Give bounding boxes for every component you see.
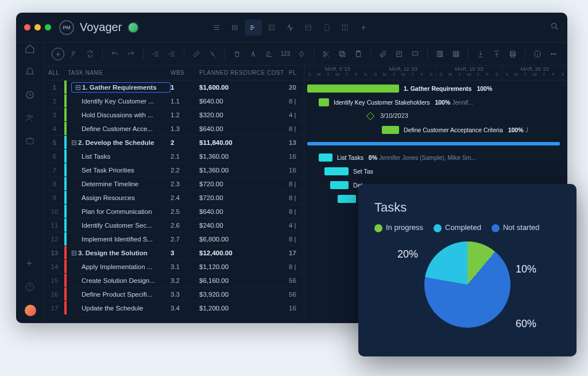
gantt-bar[interactable]: List Tasks 0% Jennifer Jones (Sample), M… <box>319 154 332 162</box>
task-name-cell[interactable]: ⊟3. Design the Solution <box>67 249 171 257</box>
task-name-cell[interactable]: Define Product Specifi... <box>67 291 171 298</box>
activity-view-icon[interactable] <box>281 20 299 36</box>
notifications-icon[interactable] <box>25 67 36 78</box>
task-row[interactable]: 7Set Task Priorities2.2$1,360.0016 <box>45 163 304 177</box>
task-row[interactable]: 6List Tasks2.1$1,360.0016 <box>45 149 304 163</box>
redo-icon[interactable] <box>125 48 137 60</box>
undo-icon[interactable] <box>109 48 121 60</box>
highlight-icon[interactable] <box>263 48 276 60</box>
task-row[interactable]: 8Determine Timeline2.3$720.008 | <box>45 177 304 191</box>
print-icon[interactable] <box>506 48 519 60</box>
gantt-row[interactable] <box>304 137 567 151</box>
gantt-row[interactable]: Define Customer Acceptance Criteria 100%… <box>304 123 567 137</box>
file-view-icon[interactable] <box>318 20 335 36</box>
unlink-icon[interactable] <box>206 48 219 60</box>
comment-icon[interactable] <box>409 48 421 60</box>
user-avatar[interactable] <box>25 305 36 316</box>
outdent-icon[interactable] <box>149 48 162 60</box>
task-name-cell[interactable]: Create Solution Design... <box>67 277 171 284</box>
gantt-bar[interactable]: Identify Key Customer Stakeholders 100% … <box>319 98 329 106</box>
col-all[interactable]: ALL <box>45 70 64 76</box>
add-icon[interactable] <box>25 259 36 270</box>
sync-icon[interactable] <box>84 48 96 60</box>
gantt-row[interactable]: List Tasks 0% Jennifer Jones (Sample), M… <box>304 151 567 164</box>
add-task-button[interactable]: + <box>52 48 64 60</box>
maximize-window-icon[interactable] <box>45 24 51 30</box>
sheet-view-icon[interactable] <box>263 20 280 36</box>
split-view-icon[interactable] <box>336 20 354 36</box>
gantt-bar[interactable]: Determ <box>330 181 349 189</box>
more-icon[interactable] <box>547 48 560 60</box>
table-icon[interactable] <box>450 48 462 60</box>
task-name-cell[interactable]: Assign Resources <box>67 194 171 201</box>
task-name-cell[interactable]: Update the Schedule <box>67 305 171 312</box>
delete-icon[interactable] <box>231 48 243 60</box>
task-name-cell[interactable]: ⊟1. Gather Requirements <box>67 82 171 93</box>
team-icon[interactable] <box>25 113 36 124</box>
milestone-diamond[interactable] <box>366 112 374 120</box>
gantt-bar[interactable]: 1. Gather Requirements 100% <box>307 85 399 93</box>
col-cost[interactable]: PLANNED RESOURCE COST <box>199 70 289 76</box>
note-icon[interactable] <box>393 48 405 60</box>
task-row[interactable]: 9Assign Resources2.4$720.008 | <box>45 191 304 205</box>
link-icon[interactable] <box>190 48 203 60</box>
col-wbs[interactable]: WBS <box>171 70 199 76</box>
task-row[interactable]: 13⊟3. Design the Solution3$12,400.0017 <box>45 246 304 260</box>
indent-icon[interactable] <box>165 48 178 60</box>
import-icon[interactable] <box>474 48 487 60</box>
help-icon[interactable] <box>25 282 36 293</box>
copy-icon[interactable] <box>336 48 349 60</box>
gantt-bar[interactable] <box>307 142 560 145</box>
gantt-bar[interactable]: Ass <box>338 195 356 203</box>
task-name-cell[interactable]: List Tasks <box>67 153 171 160</box>
task-row[interactable]: 11Identify Customer Sec...2.6$240.004 | <box>45 218 304 232</box>
info-icon[interactable] <box>531 48 544 60</box>
task-row[interactable]: 12Implement Identified S...2.7$6,800.008… <box>45 232 304 246</box>
assign-icon[interactable] <box>68 48 80 60</box>
gantt-row[interactable]: Identify Key Customer Stakeholders 100% … <box>304 95 567 109</box>
close-window-icon[interactable] <box>24 24 30 30</box>
cut-icon[interactable] <box>320 48 332 60</box>
task-row[interactable]: 15Create Solution Design...3.2$6,160.005… <box>45 274 304 287</box>
text-format-icon[interactable] <box>247 48 260 60</box>
task-row[interactable]: 1⊟1. Gather Requirements1$1,600.0020 <box>45 80 304 94</box>
add-view-icon[interactable] <box>355 20 372 36</box>
number-icon[interactable]: 123 <box>279 48 292 60</box>
task-name-cell[interactable]: Set Task Priorities <box>67 167 171 174</box>
task-name-cell[interactable]: Identify Customer Sec... <box>67 222 171 229</box>
task-name-cell[interactable]: ⊟2. Develop the Schedule <box>67 139 171 147</box>
col-pl[interactable]: PL <box>289 70 304 76</box>
search-icon[interactable] <box>550 22 559 33</box>
task-row[interactable]: 4Define Customer Acce...1.3$640.008 | <box>45 122 304 136</box>
export-icon[interactable] <box>490 48 503 60</box>
col-taskname[interactable]: TASK NAME <box>64 70 171 76</box>
gantt-view-icon[interactable] <box>245 20 262 36</box>
task-name-cell[interactable]: Determine Timeline <box>67 181 171 187</box>
minimize-window-icon[interactable] <box>34 24 41 30</box>
paste-icon[interactable] <box>352 48 365 60</box>
task-name-cell[interactable]: Hold Discussions with ... <box>67 112 171 118</box>
task-row[interactable]: 2Identify Key Customer ...1.1$640.008 | <box>45 94 304 108</box>
task-row[interactable]: 3Hold Discussions with ...1.2$320.004 | <box>45 108 304 122</box>
attachment-icon[interactable] <box>377 48 389 60</box>
task-row[interactable]: 17Update the Schedule3.4$1,200.0016 <box>45 301 304 315</box>
columns-icon[interactable] <box>434 48 446 60</box>
gantt-row[interactable]: 3/10/2023 <box>304 109 567 123</box>
gantt-bar[interactable]: Set Tas <box>324 167 349 175</box>
list-view-icon[interactable] <box>208 20 225 36</box>
board-view-icon[interactable] <box>226 20 243 36</box>
milestone-icon[interactable] <box>295 48 308 60</box>
task-name-cell[interactable]: Apply Implementation ... <box>67 263 171 270</box>
project-avatar[interactable] <box>127 22 139 33</box>
task-name-cell[interactable]: Define Customer Acce... <box>67 125 171 132</box>
portfolio-icon[interactable] <box>25 136 36 147</box>
gantt-row[interactable]: Set Tas <box>304 164 567 178</box>
recent-icon[interactable] <box>25 90 36 101</box>
calendar-view-icon[interactable] <box>300 20 317 36</box>
task-row[interactable]: 10Plan for Communication2.5$640.008 | <box>45 205 304 218</box>
task-name-cell[interactable]: Plan for Communication <box>67 208 171 215</box>
gantt-bar[interactable]: Define Customer Acceptance Criteria 100%… <box>382 126 399 134</box>
task-name-cell[interactable]: Identify Key Customer ... <box>67 98 171 105</box>
task-row[interactable]: 5⊟2. Develop the Schedule2$11,840.0013 <box>45 136 304 149</box>
task-name-cell[interactable]: Implement Identified S... <box>67 236 171 243</box>
